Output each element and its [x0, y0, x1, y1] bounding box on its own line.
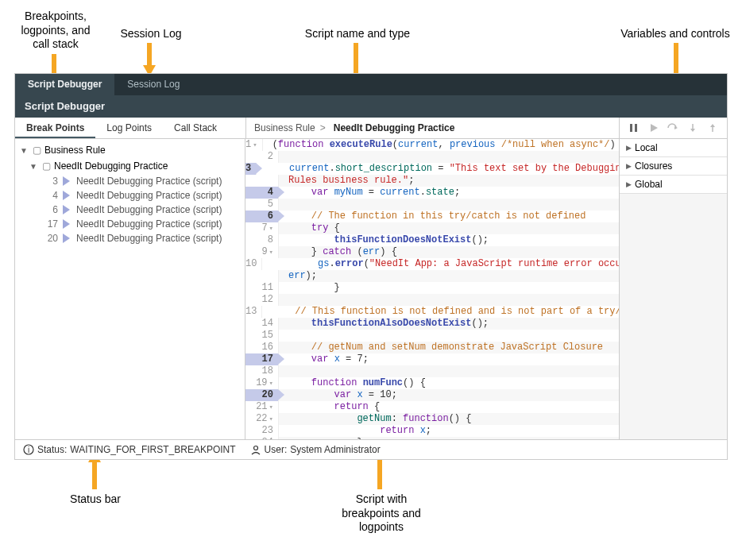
- debug-controls: [620, 118, 727, 138]
- gutter[interactable]: 15: [245, 330, 279, 342]
- breakpoint-marker-icon: [63, 176, 70, 186]
- tab-script-debugger[interactable]: Script Debugger: [15, 74, 114, 95]
- breakpoint-row[interactable]: 3NeedIt Debugging Practice (script): [15, 174, 245, 188]
- user-value: System Administrator: [290, 444, 380, 455]
- scope-global[interactable]: ▶Global: [620, 176, 727, 194]
- fold-icon[interactable]: ▾: [269, 404, 273, 411]
- code-line[interactable]: 17 var x = 7;: [245, 353, 619, 365]
- gutter[interactable]: 18: [245, 365, 279, 377]
- code-line[interactable]: 7▾ try {: [245, 222, 619, 234]
- gutter[interactable]: 1▾: [245, 139, 263, 151]
- gutter[interactable]: [245, 175, 279, 187]
- code-text: // This function is not defined and is n…: [262, 306, 620, 318]
- breakpoint-row[interactable]: 4NeedIt Debugging Practice (script): [15, 188, 245, 203]
- gutter[interactable]: 23: [245, 425, 279, 437]
- step-into-button[interactable]: [687, 122, 698, 133]
- code-line[interactable]: 2: [245, 151, 619, 163]
- gutter[interactable]: 24: [245, 437, 279, 439]
- code-line[interactable]: 14 thisFunctionAlsoDoesNotExist();: [245, 318, 619, 330]
- gutter[interactable]: [245, 270, 279, 282]
- step-over-button[interactable]: [667, 122, 678, 133]
- code-line[interactable]: 18: [245, 365, 619, 377]
- breakpoint-row[interactable]: 6NeedIt Debugging Practice (script): [15, 203, 245, 217]
- gutter[interactable]: 17: [245, 353, 279, 365]
- breadcrumb-sep: >: [320, 122, 326, 133]
- tree-root[interactable]: ▼ ▢ Business Rule: [15, 142, 245, 158]
- code-line[interactable]: 4 var myNum = current.state;: [245, 187, 619, 199]
- gutter[interactable]: 22▾: [245, 413, 279, 425]
- gutter[interactable]: 19▾: [245, 377, 279, 389]
- code-line[interactable]: 1▾(function executeRule(current, previou…: [245, 139, 619, 151]
- gutter[interactable]: 14: [245, 318, 279, 330]
- gutter[interactable]: 8: [245, 234, 279, 246]
- tab-session-log[interactable]: Session Log: [114, 74, 192, 95]
- fold-icon[interactable]: ▾: [253, 141, 257, 149]
- code-line[interactable]: err);: [245, 270, 619, 282]
- subtab-logpoints[interactable]: Log Points: [95, 118, 163, 138]
- code-line[interactable]: 23 return x;: [245, 425, 619, 437]
- code-line[interactable]: 11 }: [245, 282, 619, 294]
- code-text: // getNum and setNum demonstrate JavaScr…: [279, 342, 619, 353]
- fold-icon[interactable]: ▾: [269, 415, 273, 423]
- code-line[interactable]: 3 current.short_description = "This text…: [245, 163, 619, 175]
- scope-local[interactable]: ▶Local: [620, 139, 727, 157]
- breakpoint-marker-icon: [63, 205, 70, 214]
- gutter[interactable]: 6: [245, 210, 279, 222]
- gutter[interactable]: 7▾: [245, 222, 279, 234]
- gutter[interactable]: 5: [245, 199, 279, 210]
- fold-icon[interactable]: ▾: [269, 249, 273, 257]
- code-text: }: [279, 282, 619, 294]
- gutter[interactable]: 4: [245, 187, 279, 199]
- subtab-callstack[interactable]: Call Stack: [163, 118, 228, 138]
- scope-label: Local: [635, 142, 658, 153]
- breakpoint-row[interactable]: 17NeedIt Debugging Practice (script): [15, 217, 245, 231]
- gutter[interactable]: 20: [245, 389, 279, 401]
- code-line[interactable]: 20 var x = 10;: [245, 389, 619, 401]
- code-editor[interactable]: 1▾(function executeRule(current, previou…: [245, 139, 620, 439]
- scope-closures[interactable]: ▶Closures: [620, 157, 727, 176]
- folder-icon: ▢: [42, 160, 51, 172]
- tree-script[interactable]: ▼ ▢ NeedIt Debugging Practice: [15, 158, 245, 174]
- code-line[interactable]: 19▾ function numFunc() {: [245, 377, 619, 389]
- svg-marker-5: [690, 129, 695, 132]
- pause-button[interactable]: [628, 122, 640, 133]
- code-line[interactable]: 22▾ getNum: function() {: [245, 413, 619, 425]
- code-line[interactable]: 9▾ } catch (err) {: [245, 246, 619, 258]
- bp-line-number: 20: [41, 233, 58, 244]
- resume-button[interactable]: [648, 122, 659, 133]
- gutter[interactable]: 21▾: [245, 401, 279, 413]
- code-line[interactable]: 21▾ return {: [245, 401, 619, 413]
- fold-icon[interactable]: ▾: [269, 380, 273, 388]
- fold-icon[interactable]: ▾: [269, 225, 273, 233]
- breakpoint-row[interactable]: 20NeedIt Debugging Practice (script): [15, 231, 245, 245]
- breadcrumb-name: NeedIt Debugging Practice: [334, 122, 455, 133]
- code-text: function numFunc() {: [279, 377, 619, 389]
- step-out-button[interactable]: [707, 122, 718, 133]
- bp-line-number: 6: [41, 204, 58, 215]
- gutter[interactable]: 10: [245, 258, 262, 270]
- code-line[interactable]: 24 },: [245, 437, 619, 439]
- code-line[interactable]: 16 // getNum and setNum demonstrate Java…: [245, 342, 619, 353]
- code-line[interactable]: 13 // This function is not defined and i…: [245, 306, 619, 318]
- breakpoint-marker-icon: [63, 234, 70, 243]
- code-text: return {: [279, 401, 619, 413]
- code-line[interactable]: 6 // The function in this try/catch is n…: [245, 210, 619, 222]
- code-line[interactable]: 10 gs.error("NeedIt App: a JavaScript ru…: [245, 258, 619, 270]
- gutter[interactable]: 2: [245, 151, 279, 163]
- code-text: err);: [279, 270, 619, 282]
- subtab-breakpoints[interactable]: Break Points: [15, 118, 95, 138]
- code-line[interactable]: Rules business rule.";: [245, 175, 619, 187]
- svg-point-10: [253, 446, 257, 450]
- expand-icon: ▼: [20, 146, 29, 155]
- code-line[interactable]: 8 thisFunctionDoesNotExist();: [245, 234, 619, 246]
- code-text: gs.error("NeedIt App: a JavaScript runti…: [262, 258, 620, 270]
- code-line[interactable]: 12: [245, 294, 619, 306]
- gutter[interactable]: 12: [245, 294, 279, 306]
- gutter[interactable]: 11: [245, 282, 279, 294]
- gutter[interactable]: 16: [245, 342, 279, 353]
- code-line[interactable]: 15: [245, 330, 619, 342]
- gutter[interactable]: 13: [245, 306, 262, 318]
- code-line[interactable]: 5: [245, 199, 619, 210]
- gutter[interactable]: 9▾: [245, 246, 279, 258]
- gutter[interactable]: 3: [245, 163, 257, 175]
